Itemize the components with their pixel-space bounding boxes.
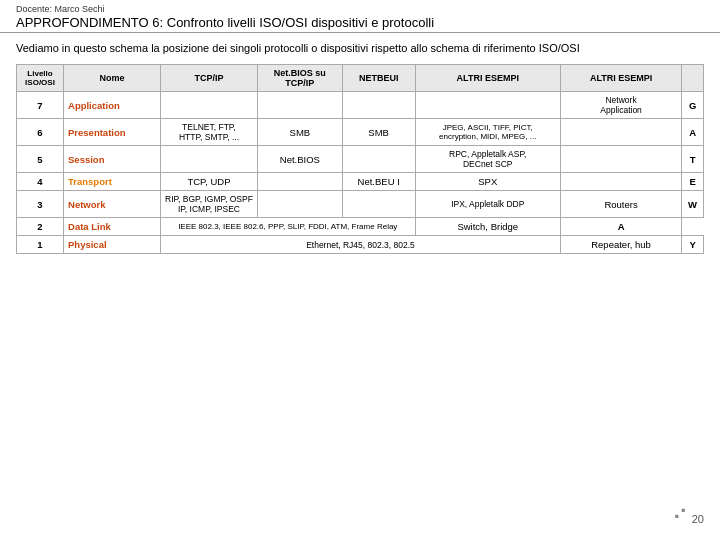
- page-title: APPROFONDIMENTO 6: Confronto livelli ISO…: [16, 15, 704, 30]
- iso-osi-table: LivelloISO/OSI Nome TCP/IP Net.BIOS suTC…: [16, 64, 704, 254]
- cell-nome: Transport: [64, 173, 161, 191]
- cell-lettera: E: [682, 173, 704, 191]
- cell-netbeui: Net.BEU I: [342, 173, 415, 191]
- cell-tcpip: TELNET, FTP,HTTP, SMTP, ...: [160, 119, 257, 146]
- cell-livello: 1: [17, 236, 64, 254]
- next-chevron-icon[interactable]: ⠊: [672, 506, 688, 532]
- table-row: 7 Application NetworkApplication G: [17, 92, 704, 119]
- table-row: 1 Physical Ethernet, RJ45, 802.3, 802.5 …: [17, 236, 704, 254]
- cell-nome: Network: [64, 191, 161, 218]
- cell-altri1: JPEG, ASCII, TIFF, PICT,encryption, MIDI…: [415, 119, 560, 146]
- cell-lettera: G: [682, 92, 704, 119]
- footer-navigation: ⠊ 20: [672, 506, 704, 532]
- cell-livello: 4: [17, 173, 64, 191]
- cell-tcpip: RIP, BGP, IGMP, OSPFIP, ICMP, IPSEC: [160, 191, 257, 218]
- table-row: 5 Session Net.BIOS RPC, Appletalk ASP,DE…: [17, 146, 704, 173]
- cell-livello: 3: [17, 191, 64, 218]
- cell-altri2: Switch, Bridge: [415, 218, 560, 236]
- cell-livello: 6: [17, 119, 64, 146]
- cell-altri1: IPX, Appletalk DDP: [415, 191, 560, 218]
- cell-netbios: [257, 173, 342, 191]
- header-altri2: ALTRI ESEMPI: [560, 65, 681, 92]
- cell-altri2: [560, 119, 681, 146]
- cell-altri1: [415, 92, 560, 119]
- header-netbeui: NETBEUI: [342, 65, 415, 92]
- table-row: 2 Data Link IEEE 802.3, IEEE 802.6, PPP,…: [17, 218, 704, 236]
- title-normal: Confronto livelli ISO/OSI dispositivi e …: [163, 15, 434, 30]
- header-tcpip: TCP/IP: [160, 65, 257, 92]
- cell-lettera: A: [682, 119, 704, 146]
- cell-nome: Physical: [64, 236, 161, 254]
- header: Docente: Marco Sechi APPROFONDIMENTO 6: …: [0, 0, 720, 33]
- header-lettera: [682, 65, 704, 92]
- table-row: 3 Network RIP, BGP, IGMP, OSPFIP, ICMP, …: [17, 191, 704, 218]
- cell-lettera: Y: [682, 236, 704, 254]
- cell-netbeui: [342, 146, 415, 173]
- table-row: 6 Presentation TELNET, FTP,HTTP, SMTP, .…: [17, 119, 704, 146]
- header-altri1: ALTRI ESEMPI: [415, 65, 560, 92]
- table-row: 4 Transport TCP, UDP Net.BEU I SPX E: [17, 173, 704, 191]
- cell-nome: Data Link: [64, 218, 161, 236]
- cell-netbios: Net.BIOS: [257, 146, 342, 173]
- cell-altri2: [560, 173, 681, 191]
- subtitle-text: Vediamo in questo schema la posizione de…: [0, 33, 720, 60]
- cell-nome: Application: [64, 92, 161, 119]
- cell-lettera: W: [682, 191, 704, 218]
- cell-tcpip: IEEE 802.3, IEEE 802.6, PPP, SLIP, FDDI,…: [160, 218, 415, 236]
- header-livello: LivelloISO/OSI: [17, 65, 64, 92]
- cell-livello: 5: [17, 146, 64, 173]
- table-container: LivelloISO/OSI Nome TCP/IP Net.BIOS suTC…: [0, 60, 720, 258]
- cell-altri1: SPX: [415, 173, 560, 191]
- cell-netbeui: SMB: [342, 119, 415, 146]
- cell-altri2: NetworkApplication: [560, 92, 681, 119]
- header-nome: Nome: [64, 65, 161, 92]
- cell-netbios: [257, 92, 342, 119]
- cell-netbeui: [342, 92, 415, 119]
- cell-tcpip: Ethernet, RJ45, 802.3, 802.5: [160, 236, 560, 254]
- cell-tcpip: [160, 92, 257, 119]
- cell-altri2: [560, 146, 681, 173]
- cell-lettera: A: [560, 218, 681, 236]
- cell-tcpip: TCP, UDP: [160, 173, 257, 191]
- cell-lettera: T: [682, 146, 704, 173]
- title-bold: APPROFONDIMENTO 6:: [16, 15, 163, 30]
- cell-nome: Presentation: [64, 119, 161, 146]
- cell-livello: 2: [17, 218, 64, 236]
- cell-altri2: Repeater, hub: [560, 236, 681, 254]
- cell-netbios: SMB: [257, 119, 342, 146]
- cell-altri2: Routers: [560, 191, 681, 218]
- cell-tcpip: [160, 146, 257, 173]
- cell-netbios: [257, 191, 342, 218]
- cell-nome: Session: [64, 146, 161, 173]
- page-number: 20: [692, 513, 704, 525]
- cell-altri1: RPC, Appletalk ASP,DECnet SCP: [415, 146, 560, 173]
- cell-livello: 7: [17, 92, 64, 119]
- cell-netbeui: [342, 191, 415, 218]
- header-netbios: Net.BIOS suTCP/IP: [257, 65, 342, 92]
- docente-label: Docente: Marco Sechi: [16, 4, 704, 14]
